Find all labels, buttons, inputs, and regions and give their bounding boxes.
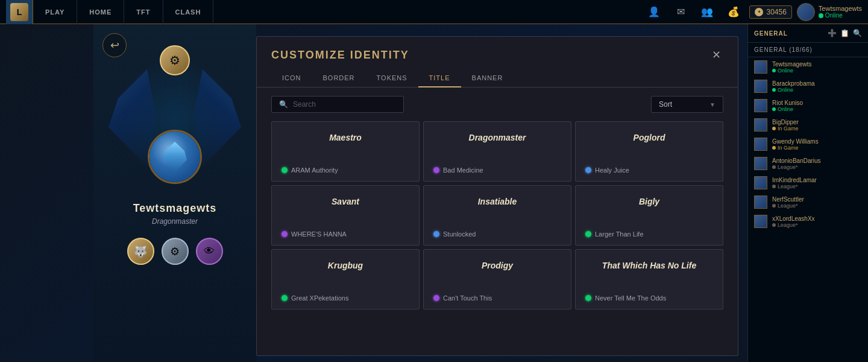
title-card-maestro[interactable]: Maestro ARAM Authority [271, 121, 420, 182]
friend-info-0: Tewtsmagewts Online [772, 61, 862, 74]
nav-logo[interactable]: L [6, 0, 33, 24]
search-container[interactable]: 🔍 [271, 96, 404, 113]
title-card-savant[interactable]: Savant WHERE'S HANNA [271, 185, 420, 246]
online-indicator [819, 13, 823, 18]
friend-item-3[interactable]: BigDipper In Game [748, 115, 868, 135]
status-dot-5 [772, 165, 776, 169]
subtitle-text-savant: WHERE'S HANNA [291, 230, 347, 238]
tab-banner[interactable]: BANNER [461, 69, 514, 87]
currency-display[interactable]: + 30456 [749, 5, 791, 19]
title-subtitle-poglord: Healy Juice [585, 167, 713, 174]
friends-list: Tewtsmagewts Online Barackprobama Online… [748, 57, 868, 231]
friend-avatar-5 [754, 157, 767, 170]
friend-status-6: League* [772, 183, 862, 189]
title-name-prodigy: Prodigy [433, 261, 561, 270]
friend-status-5: League* [772, 164, 862, 170]
sort-arrow-icon: ▼ [709, 101, 715, 108]
title-subtitle-maestro: ARAM Authority [281, 167, 409, 174]
badge-wolf[interactable]: 🐺 [127, 238, 154, 265]
friends-header: GENERAL ➕ 📋 🔍 [748, 24, 868, 43]
search-input[interactable] [293, 100, 396, 109]
friend-status-1: Online [772, 87, 862, 93]
title-card-krugbug[interactable]: Krugbug Great XPeketations [271, 249, 420, 310]
subtitle-text-prodigy: Can't Touch This [443, 294, 492, 302]
store-icon[interactable]: 💰 [723, 1, 744, 23]
title-name-insatiable: Insatiable [433, 197, 561, 206]
friend-name-5: AntonioBanDarius [772, 157, 862, 164]
badge-gear[interactable]: ⚙ [162, 238, 189, 265]
title-name-savant: Savant [281, 197, 409, 206]
badge-eye[interactable]: 👁 [196, 238, 223, 265]
friends-icon[interactable]: 👥 [696, 1, 718, 23]
friend-name-8: xXLordLeashXx [772, 215, 862, 222]
avatar-inner [149, 132, 200, 182]
title-subtitle-no-life: Never Tell Me The Odds [585, 294, 713, 302]
nav-tft[interactable]: TFT [124, 0, 163, 24]
friend-name-6: ImKindredLamar [772, 177, 862, 183]
invite-icon[interactable]: 📋 [840, 29, 849, 37]
add-friend-icon[interactable]: ➕ [828, 29, 837, 37]
status-dot-6 [772, 185, 776, 188]
character-title: Dragonmaster [152, 217, 198, 226]
channel-title: GENERAL [754, 30, 788, 37]
friend-info-4: Gwendy Williams In Game [772, 138, 862, 151]
user-status: Online [819, 12, 862, 19]
friend-avatar-7 [754, 195, 767, 209]
search-friends-icon[interactable]: 🔍 [853, 29, 862, 37]
friend-name-1: Barackprobama [772, 80, 862, 87]
friend-item-8[interactable]: xXLordLeashXx League* [748, 212, 868, 231]
subtitle-text-maestro: ARAM Authority [291, 167, 338, 174]
friend-avatar-4 [754, 138, 767, 151]
title-card-insatiable[interactable]: Insatiable Stunlocked [423, 185, 571, 246]
title-name-dragonmaster: Dragonmaster [433, 133, 561, 142]
tab-tokens[interactable]: TOKENS [366, 69, 418, 87]
friend-item-0[interactable]: Tewtsmagewts Online [748, 57, 868, 77]
modal-close-button[interactable]: ✕ [709, 48, 723, 62]
modal-toolbar: 🔍 Sort ▼ [257, 87, 738, 121]
profile-icon[interactable]: 👤 [643, 1, 665, 23]
nav-clash[interactable]: CLASH [163, 0, 214, 24]
title-card-prodigy[interactable]: Prodigy Can't Touch This [423, 249, 571, 310]
friend-status-8: League* [772, 222, 862, 228]
subtitle-dot-insatiable [433, 231, 439, 237]
title-name-maestro: Maestro [281, 133, 409, 142]
title-card-no-life[interactable]: That Which Has No Life Never Tell Me The… [575, 249, 723, 310]
title-card-poglord[interactable]: Poglord Healy Juice [575, 121, 723, 182]
friend-item-7[interactable]: NerfScuttler League* [748, 192, 868, 212]
friend-item-5[interactable]: AntonioBanDarius League* [748, 154, 868, 173]
subtitle-text-insatiable: Stunlocked [443, 230, 476, 238]
character-name: Tewtsmagewts [133, 202, 217, 215]
friend-info-5: AntonioBanDarius League* [772, 157, 862, 170]
user-avatar [797, 3, 815, 21]
title-card-dragonmaster[interactable]: Dragonmaster Bad Medicine [423, 121, 571, 182]
tab-border[interactable]: BORDER [312, 69, 366, 87]
customize-modal: CUSTOMIZE IDENTITY ✕ ICON BORDER TOKENS … [256, 36, 738, 356]
tab-icon[interactable]: ICON [271, 69, 312, 87]
friend-status-3: In Game [772, 125, 862, 132]
title-name-poglord: Poglord [585, 133, 713, 142]
search-icon: 🔍 [279, 100, 288, 109]
status-dot-7 [772, 204, 776, 208]
nav-items: PLAY HOME TFT CLASH [33, 0, 213, 24]
nav-home[interactable]: HOME [77, 0, 124, 24]
user-display[interactable]: Tewtsmagewts Online [797, 3, 862, 21]
friend-item-6[interactable]: ImKindredLamar League* [748, 173, 868, 192]
friend-item-4[interactable]: Gwendy Williams In Game [748, 135, 868, 154]
tab-title[interactable]: TITLE [418, 69, 461, 87]
nav-play[interactable]: PLAY [33, 0, 77, 24]
friend-status-7: League* [772, 203, 862, 209]
friend-name-0: Tewtsmagewts [772, 61, 862, 68]
mail-icon[interactable]: ✉ [670, 1, 691, 23]
subtitle-text-bigly: Larger Than Life [595, 230, 644, 238]
sort-dropdown[interactable]: Sort ▼ [651, 96, 723, 113]
currency-amount: 30456 [766, 8, 786, 16]
friend-item-1[interactable]: Barackprobama Online [748, 77, 868, 96]
subtitle-dot-prodigy [433, 295, 439, 301]
title-card-bigly[interactable]: Bigly Larger Than Life [575, 185, 723, 246]
sort-label: Sort [659, 100, 672, 109]
friend-name-4: Gwendy Williams [772, 138, 862, 145]
top-navigation: L PLAY HOME TFT CLASH 👤 ✉ 👥 💰 + 30456 Te… [0, 0, 868, 24]
subtitle-text-dragonmaster: Bad Medicine [443, 167, 483, 174]
status-dot-1 [772, 88, 776, 92]
friend-item-2[interactable]: Riot Kuniso Online [748, 96, 868, 115]
